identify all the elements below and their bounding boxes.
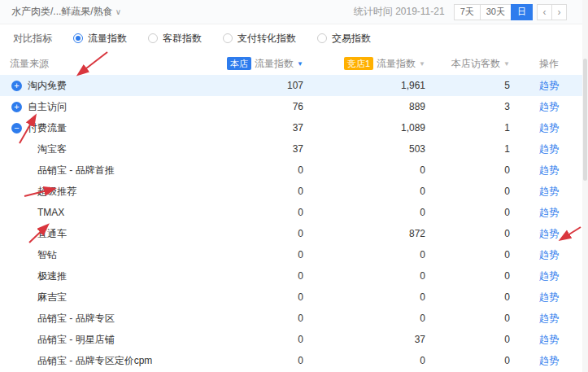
radio-label: 支付转化指数 (237, 32, 296, 46)
rival-index-cell: 889 (313, 101, 435, 112)
metric-radio-2[interactable]: 支付转化指数 (223, 32, 296, 46)
trend-link[interactable]: 趋势 (539, 164, 559, 177)
table-row[interactable]: 品销宝 - 品牌专区 0 0 0 趋势 (0, 308, 588, 329)
scrollbar-track[interactable] (582, 0, 588, 372)
trend-link[interactable]: 趋势 (539, 206, 559, 220)
radio-icon[interactable] (73, 33, 83, 43)
visitors-cell: 0 (435, 270, 525, 282)
visitors-cell: 0 (435, 228, 525, 239)
table-row[interactable]: 智钻 0 0 0 趋势 (0, 244, 588, 265)
range-button-30天[interactable]: 30天 (480, 4, 512, 20)
shop-value: 0 (298, 291, 303, 303)
toggle-icon[interactable]: + (11, 102, 22, 112)
traffic-source-cell: 智钻 (10, 248, 220, 262)
source-name: 品销宝 - 品牌专区 (37, 312, 115, 326)
source-name: TMAX (37, 207, 64, 218)
rival-index-cell: 0 (313, 291, 435, 303)
table-row[interactable]: − 付费流量 37 1,089 1 趋势 (0, 117, 588, 138)
trend-link[interactable]: 趋势 (539, 248, 559, 262)
rival-value: 0 (420, 355, 425, 366)
table-row[interactable]: 直通车 0 872 0 趋势 (0, 223, 588, 244)
chevron-down-icon: ∨ (115, 7, 121, 16)
visitors-header-label: 本店访客数 (451, 57, 500, 71)
shop-header-label: 流量指数 (255, 57, 294, 71)
table-row[interactable]: 品销宝 - 品牌首推 0 0 0 趋势 (0, 160, 588, 181)
table-row[interactable]: 麻吉宝 0 0 0 趋势 (0, 287, 588, 308)
prev-day-button[interactable]: ‹ (537, 4, 552, 20)
radio-label: 流量指数 (88, 32, 127, 46)
visitors-value: 0 (504, 270, 510, 282)
range-button-日[interactable]: 日 (511, 4, 533, 20)
rival-index-cell: 503 (313, 143, 435, 155)
trend-link[interactable]: 趋势 (539, 142, 559, 156)
table-row[interactable]: + 自主访问 76 889 3 趋势 (0, 96, 588, 117)
trend-link[interactable]: 趋势 (539, 312, 559, 326)
trend-link[interactable]: 趋势 (539, 185, 559, 199)
rival-value: 0 (420, 313, 425, 324)
scrollbar-thumb[interactable] (583, 59, 587, 181)
sort-icon[interactable]: ▼ (503, 60, 510, 68)
action-cell: 趋势 (525, 121, 581, 135)
visitors-value: 0 (504, 249, 510, 260)
toggle-icon[interactable]: + (11, 81, 22, 91)
table-body: + 淘内免费 107 1,961 5 趋势 + 自主访问 76 889 3 (0, 75, 588, 371)
shop-value: 0 (298, 164, 303, 176)
shop-index-cell: 37 (220, 143, 313, 155)
trend-link[interactable]: 趋势 (539, 269, 559, 283)
sort-icon[interactable]: ▼ (297, 60, 303, 68)
source-name: 麻吉宝 (37, 291, 67, 304)
compare-metric-bar: 对比指标 流量指数客群指数支付转化指数交易指数 (0, 24, 588, 52)
radio-icon[interactable] (148, 33, 158, 43)
table-row[interactable]: 淘宝客 37 503 1 趋势 (0, 138, 588, 160)
traffic-source-cell: 淘宝客 (10, 142, 220, 156)
traffic-source-cell: 超级推荐 (10, 185, 220, 199)
table-row[interactable]: TMAX 0 0 0 趋势 (0, 202, 588, 223)
trend-link[interactable]: 趋势 (539, 100, 559, 114)
visitors-cell: 3 (435, 101, 525, 112)
action-cell: 趋势 (525, 142, 581, 156)
action-cell: 趋势 (525, 100, 581, 114)
radio-label: 客群指数 (163, 32, 202, 46)
source-name: 极速推 (37, 269, 67, 283)
trend-link[interactable]: 趋势 (539, 121, 559, 135)
trend-link[interactable]: 趋势 (539, 291, 559, 304)
rival-value: 1,089 (401, 122, 425, 133)
visitors-value: 0 (504, 186, 510, 197)
table-row[interactable]: + 淘内免费 107 1,961 5 趋势 (0, 75, 588, 96)
metric-radio-0[interactable]: 流量指数 (73, 32, 127, 46)
visitors-value: 0 (504, 291, 510, 303)
visitors-cell: 0 (435, 186, 525, 197)
metric-radio-3[interactable]: 交易指数 (317, 32, 371, 46)
traffic-source-cell: 品销宝 - 品牌首推 (10, 164, 220, 177)
next-day-button[interactable]: › (551, 4, 567, 20)
shop-value: 0 (298, 186, 303, 197)
table-row[interactable]: 超级推荐 0 0 0 趋势 (0, 181, 588, 202)
table-row[interactable]: 品销宝 - 品牌专区定价cpm 0 0 0 趋势 (0, 350, 588, 371)
shop-index-cell: 0 (220, 207, 313, 218)
radio-icon[interactable] (317, 33, 327, 43)
trend-link[interactable]: 趋势 (539, 79, 559, 93)
sort-icon[interactable]: ▼ (419, 60, 425, 68)
traffic-source-cell: 品销宝 - 明星店铺 (10, 333, 220, 347)
shop-value: 0 (298, 207, 303, 218)
rival-index-cell: 0 (313, 207, 435, 218)
shop-index-cell: 0 (220, 164, 313, 176)
category-selector[interactable]: 水产肉类/...鲜蔬果/熟食 ∨ (11, 5, 121, 19)
table-row[interactable]: 品销宝 - 明星店铺 0 37 0 趋势 (0, 329, 588, 350)
rival-header-label: 流量指数 (377, 57, 416, 71)
visitors-value: 0 (504, 313, 510, 324)
shop-index-cell: 0 (220, 291, 313, 303)
shop-value: 37 (293, 143, 303, 155)
visitors-cell: 0 (435, 313, 525, 324)
trend-link[interactable]: 趋势 (539, 333, 559, 347)
trend-link[interactable]: 趋势 (539, 227, 559, 241)
trend-link[interactable]: 趋势 (539, 354, 559, 368)
rival-value: 0 (420, 164, 425, 176)
metric-radio-1[interactable]: 客群指数 (148, 32, 202, 46)
visitors-cell: 0 (435, 355, 525, 366)
range-button-7天[interactable]: 7天 (454, 4, 481, 20)
table-row[interactable]: 极速推 0 0 0 趋势 (0, 265, 588, 287)
traffic-source-cell: 直通车 (10, 227, 220, 241)
radio-icon[interactable] (223, 33, 233, 43)
toggle-icon[interactable]: − (11, 123, 22, 133)
